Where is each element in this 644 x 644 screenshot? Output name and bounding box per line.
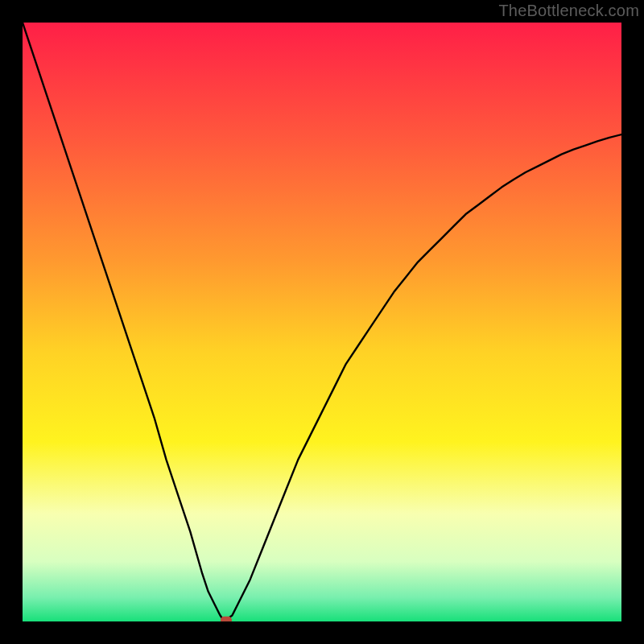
optimum-marker	[221, 617, 232, 621]
chart-svg	[23, 23, 621, 621]
chart-frame: TheBottleneck.com	[0, 0, 644, 644]
plot-area	[23, 23, 621, 621]
svg-rect-0	[221, 617, 232, 621]
plot-background	[23, 23, 621, 621]
watermark-label: TheBottleneck.com	[498, 2, 639, 20]
